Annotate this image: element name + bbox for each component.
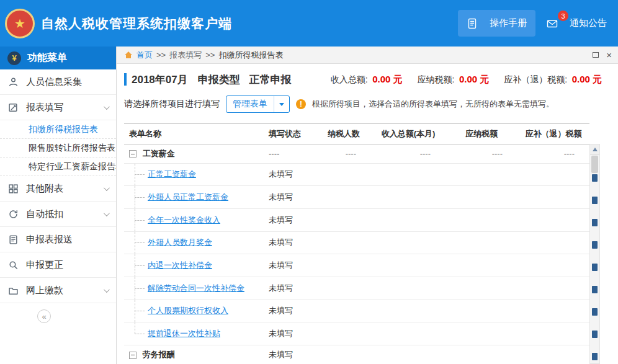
app-title: 自然人税收管理系统扣缴客户端 bbox=[41, 15, 232, 32]
form-link[interactable]: 全年一次性奖金收入 bbox=[148, 215, 220, 224]
group-name: 劳务报酬 bbox=[143, 350, 175, 359]
total-refund-label: 应补（退）税额: bbox=[504, 74, 567, 84]
breadcrumb-home-link[interactable]: 首页 bbox=[137, 50, 153, 61]
envelope-icon bbox=[547, 18, 558, 29]
sidebar-item-other-schedules[interactable]: 其他附表 bbox=[0, 176, 116, 202]
chevron-down-icon bbox=[104, 286, 110, 293]
table-row: 外籍人员数月奖金 未填写 bbox=[124, 231, 589, 254]
sidebar-subitem-specific-industry-report[interactable]: 特定行业工资薪金报告表 bbox=[0, 158, 116, 176]
total-refund-value: 0.00 元 bbox=[572, 74, 602, 84]
scrollbar-tick bbox=[592, 174, 598, 182]
tree-line bbox=[135, 311, 145, 311]
fill-status: 未填写 bbox=[264, 277, 316, 300]
tree-line bbox=[135, 197, 145, 198]
table-group-row: 劳务报酬 未填写 bbox=[124, 345, 589, 364]
declaration-type: 申报类型 正常申报 bbox=[198, 73, 292, 87]
sidebar-item-label: 申报更正 bbox=[26, 259, 63, 271]
table-row: 全年一次性奖金收入 未填写 bbox=[124, 208, 589, 231]
maximize-icon[interactable] bbox=[593, 52, 599, 58]
close-icon[interactable]: × bbox=[606, 50, 612, 60]
fill-status: 未填写 bbox=[264, 322, 316, 345]
scrollbar-tick bbox=[592, 331, 598, 338]
total-income-label: 收入总额: bbox=[331, 74, 368, 84]
col-tax: 应纳税额 bbox=[446, 124, 517, 144]
table-scrollbar[interactable] bbox=[589, 144, 600, 364]
tax-period: 2018年07月 bbox=[132, 73, 188, 87]
sidebar-item-report-fill[interactable]: 报表填写 bbox=[0, 95, 116, 120]
sidebar-item-label: 申报表报送 bbox=[26, 234, 73, 246]
breadcrumb-current: 扣缴所得税报告表 bbox=[218, 50, 283, 61]
income-value: ---- bbox=[371, 144, 446, 164]
sidebar-subitem-restricted-shares-report[interactable]: 限售股转让所得报告表 bbox=[0, 139, 116, 158]
collapse-node-icon[interactable] bbox=[129, 150, 137, 158]
form-link[interactable]: 提前退休一次性补贴 bbox=[148, 329, 220, 338]
refund-value: ---- bbox=[517, 144, 589, 164]
forms-table: 表单名称 填写状态 纳税人数 收入总额(本月) 应纳税额 应补（退）税额 bbox=[124, 123, 602, 364]
scrollbar-tick bbox=[592, 219, 598, 226]
form-link[interactable]: 外籍人员数月奖金 bbox=[148, 237, 212, 247]
tree-line bbox=[135, 265, 145, 266]
total-tax-value: 0.00 元 bbox=[459, 74, 489, 84]
group-name: 工资薪金 bbox=[143, 149, 175, 158]
form-link[interactable]: 外籍人员正常工资薪金 bbox=[148, 192, 228, 202]
sidebar-subitem-label: 扣缴所得税报告表 bbox=[29, 124, 98, 135]
form-link[interactable]: 解除劳动合同一次性补偿金 bbox=[148, 283, 244, 293]
scrollbar-tick bbox=[592, 197, 598, 204]
warning-icon: ! bbox=[296, 99, 306, 109]
table-row: 外籍人员正常工资薪金 未填写 bbox=[124, 186, 589, 209]
edit-icon bbox=[8, 102, 19, 113]
national-emblem-logo: ★ bbox=[5, 9, 35, 38]
fill-status: 未填写 bbox=[264, 231, 316, 254]
topbar-actions: 操作手册 3 通知公告 bbox=[458, 10, 611, 37]
table-row: 提前退休一次性补贴 未填写 bbox=[124, 322, 589, 345]
form-link[interactable]: 个人股票期权行权收入 bbox=[148, 306, 228, 315]
col-income: 收入总额(本月) bbox=[371, 124, 446, 144]
accent-bar bbox=[124, 73, 127, 86]
sidebar-item-label: 人员信息采集 bbox=[26, 76, 82, 88]
sidebar-item-declaration-correction[interactable]: 申报更正 bbox=[0, 252, 116, 278]
sidebar-item-personnel[interactable]: 人员信息采集 bbox=[0, 69, 116, 95]
window-controls: × bbox=[593, 50, 612, 60]
declaration-type-label: 申报类型 bbox=[198, 74, 240, 86]
chevron-down-icon bbox=[104, 210, 110, 216]
sidebar-subitem-withholding-tax-report[interactable]: 扣缴所得税报告表 bbox=[0, 120, 116, 139]
manual-button[interactable]: 操作手册 bbox=[458, 10, 535, 37]
declaration-type-value: 正常申报 bbox=[249, 74, 291, 86]
filter-prompt: 请选择所得项目进行填写 bbox=[124, 99, 220, 110]
table-header-row: 表单名称 填写状态 纳税人数 收入总额(本月) 应纳税额 应补（退）税额 bbox=[124, 124, 589, 144]
tree-line bbox=[135, 174, 145, 175]
sidebar-item-auto-deduction[interactable]: 自动抵扣 bbox=[0, 202, 116, 227]
notice-button[interactable]: 3 通知公告 bbox=[545, 10, 611, 37]
table-row: 内退一次性补偿金 未填写 bbox=[124, 254, 589, 277]
total-income-value: 0.00 元 bbox=[372, 74, 402, 84]
collapse-node-icon[interactable] bbox=[129, 352, 137, 359]
form-link[interactable]: 内退一次性补偿金 bbox=[148, 260, 212, 270]
scrollbar-thumb[interactable] bbox=[591, 156, 598, 173]
tree-line bbox=[135, 288, 145, 289]
sidebar-item-label: 网上缴款 bbox=[26, 285, 63, 296]
manage-forms-button[interactable]: 管理表单 bbox=[226, 95, 290, 113]
total-refund: 应补（退）税额: 0.00 元 bbox=[504, 74, 602, 86]
sidebar-item-declaration-submit[interactable]: 申报表报送 bbox=[0, 227, 116, 252]
tax-value: ---- bbox=[446, 144, 517, 164]
tree-line bbox=[135, 334, 145, 334]
breadcrumb-separator: >> bbox=[156, 50, 166, 60]
scrollbar-tick bbox=[592, 308, 598, 316]
menu-coin-icon: ¥ bbox=[7, 51, 21, 65]
table-row: 个人股票期权行权收入 未填写 bbox=[124, 300, 589, 322]
notice-button-label: 通知公告 bbox=[570, 17, 607, 29]
sidebar-item-label: 自动抵扣 bbox=[26, 208, 63, 220]
sidebar-subitem-label: 特定行业工资薪金报告表 bbox=[29, 161, 116, 172]
sidebar: ¥ 功能菜单 人员信息采集 报表填写 扣缴所得税报告表 限售股转让所 bbox=[0, 47, 117, 364]
summary-row: 2018年07月 申报类型 正常申报 收入总额: 0.00 元 应纳税额: 0.… bbox=[124, 70, 602, 89]
sidebar-collapse-button[interactable]: « bbox=[37, 309, 51, 323]
fill-status: 未填写 bbox=[264, 186, 316, 209]
scrollbar-up-arrow[interactable] bbox=[590, 144, 599, 155]
table-row: 解除劳动合同一次性补偿金 未填写 bbox=[124, 277, 589, 300]
sidebar-subitem-label: 限售股转让所得报告表 bbox=[29, 143, 115, 154]
home-icon bbox=[124, 51, 133, 59]
col-form-name: 表单名称 bbox=[124, 124, 264, 144]
dropdown-caret bbox=[274, 96, 289, 112]
sidebar-item-online-payment[interactable]: 网上缴款 bbox=[0, 278, 116, 303]
form-link[interactable]: 正常工资薪金 bbox=[148, 169, 196, 179]
